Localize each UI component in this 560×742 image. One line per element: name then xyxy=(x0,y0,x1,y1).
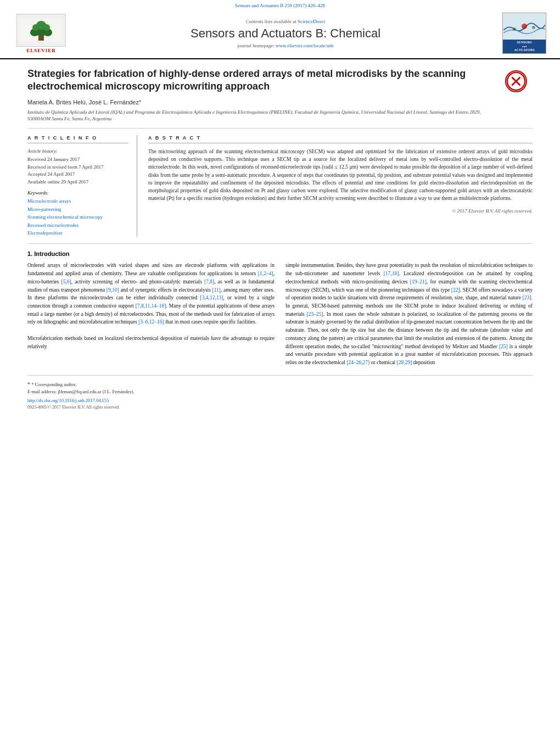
section1-title: 1. Introduction xyxy=(27,250,533,257)
intro-text-right: simple instrumentation. Besides, they ha… xyxy=(285,261,533,366)
article-title-section: Strategies for fabrication of highly-den… xyxy=(27,68,533,129)
article-history: Article history: Received 24 January 201… xyxy=(27,148,128,186)
intro-text-left: Ordered arrays of microelectrodes with v… xyxy=(27,261,275,350)
history-label: Article history: xyxy=(27,148,128,155)
intro-col-right: simple instrumentation. Besides, they ha… xyxy=(285,261,533,366)
author-star-link[interactable]: * xyxy=(139,99,141,105)
abstract-text: The microwriting approach of the scannin… xyxy=(148,148,533,203)
main-content: Strategies for fabrication of highly-den… xyxy=(0,59,560,418)
keyword-1: Microelectrode arrays xyxy=(27,197,128,205)
elsevier-text: ELSEVIER xyxy=(26,48,56,53)
article-title: Strategies for fabrication of highly-den… xyxy=(27,68,497,93)
article-title-text: Strategies for fabrication of highly-den… xyxy=(27,68,497,122)
two-col-info-abstract: A R T I C L E I N F O Article history: R… xyxy=(27,135,533,237)
received-date: Received 24 January 2017 Received in rev… xyxy=(27,156,128,186)
elsevier-logo-img xyxy=(16,14,66,47)
doi-line: http://dx.doi.org/10.1016/j.snb.2017.04.… xyxy=(27,398,533,403)
journal-header: ELSEVIER Contents lists available at Sci… xyxy=(0,8,560,59)
page: Sensors and Actuators B 250 (2017) 420–4… xyxy=(0,0,560,742)
sensors-logo-bottom: SENSORSandACTUATORS xyxy=(503,40,546,53)
issn-line: 0925-4005/© 2017 Elsevier B.V. All right… xyxy=(27,405,533,410)
keywords-block: Keywords: Microelectrode arrays Micro-pa… xyxy=(27,190,128,237)
copyright-line: © 2017 Elsevier B.V. All rights reserved… xyxy=(148,208,533,214)
svg-point-10 xyxy=(513,27,516,31)
svg-point-11 xyxy=(532,26,535,29)
citation-bar: Sensors and Actuators B 250 (2017) 420–4… xyxy=(0,0,560,8)
authors: Mariela A. Brites Helú, José L. Fernánde… xyxy=(27,99,497,105)
keyword-2: Micro-patterning xyxy=(27,205,128,213)
article-info-col: A R T I C L E I N F O Article history: R… xyxy=(27,135,137,237)
crossmark-area xyxy=(505,70,533,92)
keyword-5: Electrodeposition xyxy=(27,229,128,237)
svg-point-7 xyxy=(43,24,50,31)
doi-link[interactable]: http://dx.doi.org/10.1016/j.snb.2017.04.… xyxy=(27,398,109,403)
svg-point-9 xyxy=(522,24,527,29)
sensors-logo-box: SENSORSandACTUATORS xyxy=(502,13,546,54)
abstract-heading: A B S T R A C T xyxy=(148,135,533,143)
keywords-label: Keywords: xyxy=(27,190,128,196)
email-link[interactable]: jlfeman@fiq.unl.edu.ar xyxy=(58,389,101,394)
svg-point-6 xyxy=(32,24,39,31)
header-center: Contents lists available at ScienceDirec… xyxy=(71,19,500,48)
keyword-list: Microelectrode arrays Micro-patterning S… xyxy=(27,197,128,237)
elsevier-logo-area: ELSEVIER xyxy=(11,14,71,53)
article-info-heading: A R T I C L E I N F O xyxy=(27,135,128,143)
intro-col-left: Ordered arrays of microelectrodes with v… xyxy=(27,261,275,366)
article-footer: * * Corresponding author. E-mail address… xyxy=(27,375,533,410)
journal-title-header: Sensors and Actuators B: Chemical xyxy=(82,26,489,41)
sensors-logo-top xyxy=(503,13,546,40)
sensors-logo-area: SENSORSandACTUATORS xyxy=(500,13,549,54)
journal-homepage-link[interactable]: www.elsevier.com/locate/snb xyxy=(276,43,333,48)
affiliation: Instituto de Química Aplicada del Litora… xyxy=(27,109,497,122)
contents-line: Contents lists available at ScienceDirec… xyxy=(82,19,489,24)
keyword-4: Recessed microelectrodes xyxy=(27,221,128,229)
citation-text: Sensors and Actuators B 250 (2017) 420–4… xyxy=(235,3,325,8)
sciencedirect-link[interactable]: ScienceDirect xyxy=(298,19,325,24)
sensors-brand-text: SENSORSandACTUATORS xyxy=(514,41,534,53)
journal-homepage: journal homepage: www.elsevier.com/locat… xyxy=(82,43,489,48)
section-divider xyxy=(27,243,533,244)
abstract-col: A B S T R A C T The microwriting approac… xyxy=(148,135,533,237)
footer-corresponding: * * Corresponding author. E-mail address… xyxy=(27,380,533,395)
keyword-3: Scanning electrochemical microscopy xyxy=(27,213,128,221)
intro-two-col: Ordered arrays of microelectrodes with v… xyxy=(27,261,533,366)
crossmark-icon xyxy=(505,70,527,92)
